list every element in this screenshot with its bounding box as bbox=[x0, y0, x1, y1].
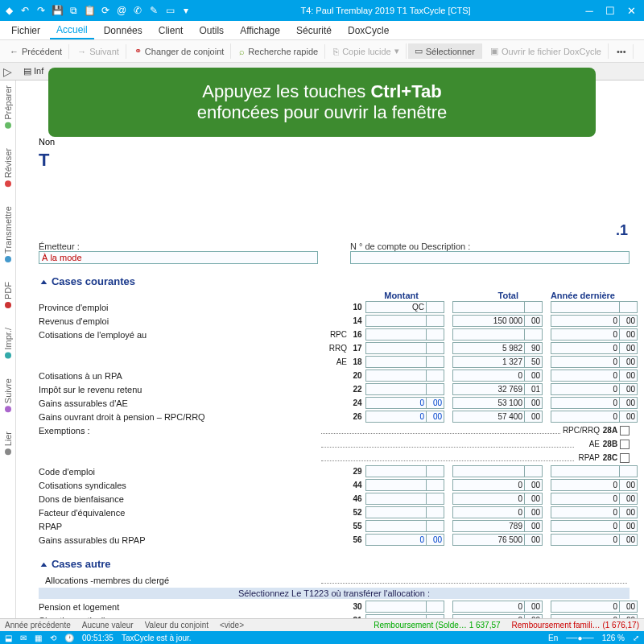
side-suivre[interactable]: Suivre bbox=[3, 378, 13, 412]
close-icon[interactable]: ✕ bbox=[621, 5, 641, 17]
quick-search-button[interactable]: ⌕Recherche rapide bbox=[233, 44, 325, 59]
annee-dec-cell[interactable]: 00 bbox=[620, 342, 638, 354]
total-cell[interactable]: 789 bbox=[452, 520, 525, 532]
annee-cell[interactable]: 0 bbox=[551, 369, 620, 382]
total-dec-cell[interactable]: 00 bbox=[525, 520, 543, 532]
menu-affichage[interactable]: Affichage bbox=[233, 23, 287, 39]
maximize-icon[interactable]: ☐ bbox=[601, 5, 620, 17]
emetteur-input[interactable] bbox=[39, 251, 318, 264]
total-dec-cell[interactable]: 00 bbox=[525, 397, 543, 409]
total-dec-cell[interactable]: 00 bbox=[525, 534, 543, 546]
annee-cell[interactable]: 0 bbox=[551, 506, 620, 518]
menu-fichier[interactable]: Fichier bbox=[5, 23, 47, 39]
redo-icon[interactable]: ↷ bbox=[35, 5, 47, 16]
montant-cell[interactable]: QC bbox=[365, 301, 427, 313]
montant-cell[interactable] bbox=[365, 601, 427, 613]
status-lang[interactable]: En bbox=[548, 634, 558, 642]
side-reviser[interactable]: Réviser bbox=[3, 148, 13, 187]
total-cell[interactable]: 76 500 bbox=[452, 534, 525, 546]
total-cell[interactable]: 1 327 bbox=[452, 356, 525, 368]
note-icon[interactable]: ▭ bbox=[164, 5, 175, 16]
annee-dec-cell[interactable]: 00 bbox=[620, 411, 638, 423]
montant-dec-cell[interactable] bbox=[427, 369, 444, 382]
total-cell[interactable] bbox=[452, 301, 525, 313]
annee-dec-cell[interactable] bbox=[620, 465, 638, 477]
montant-cell[interactable] bbox=[365, 369, 427, 382]
annee-cell[interactable]: 0 bbox=[551, 479, 620, 491]
status-zoom[interactable]: 126 % bbox=[602, 634, 625, 642]
montant-cell[interactable] bbox=[365, 383, 427, 395]
menu-donnees[interactable]: Données bbox=[97, 23, 149, 39]
total-cell[interactable]: 0 bbox=[452, 506, 525, 518]
total-dec-cell[interactable]: 50 bbox=[525, 356, 543, 368]
status-aucune[interactable]: Aucune valeur bbox=[82, 621, 134, 630]
add-tab-icon[interactable]: ▷ bbox=[3, 65, 12, 78]
total-cell[interactable] bbox=[452, 465, 525, 477]
montant-cell[interactable] bbox=[365, 328, 427, 341]
phone-icon[interactable]: ✆ bbox=[132, 5, 143, 16]
menu-securite[interactable]: Sécurité bbox=[290, 23, 338, 39]
total-cell[interactable]: 0 bbox=[452, 493, 525, 505]
total-cell[interactable]: 0 bbox=[452, 601, 525, 613]
montant-cell[interactable] bbox=[365, 356, 427, 368]
total-dec-cell[interactable]: 01 bbox=[525, 383, 543, 395]
side-preparer[interactable]: Préparer bbox=[3, 85, 13, 129]
annee-cell[interactable]: 0 bbox=[551, 328, 620, 341]
montant-dec-cell[interactable] bbox=[427, 520, 444, 532]
annee-dec-cell[interactable]: 00 bbox=[620, 315, 638, 327]
edit-icon[interactable]: ✎ bbox=[148, 5, 159, 16]
annee-dec-cell[interactable]: 00 bbox=[620, 506, 638, 518]
sync-icon[interactable]: ⟲ bbox=[50, 634, 56, 642]
montant-dec-cell[interactable] bbox=[427, 465, 444, 477]
annee-cell[interactable]: 0 bbox=[551, 493, 620, 505]
annee-dec-cell[interactable]: 00 bbox=[620, 601, 638, 613]
section-courantes[interactable]: ▲Cases courantes bbox=[39, 275, 630, 287]
side-impr[interactable]: Impr./ bbox=[3, 328, 13, 359]
side-pdf[interactable]: PDF bbox=[3, 282, 13, 308]
total-dec-cell[interactable] bbox=[525, 301, 543, 313]
montant-dec-cell[interactable] bbox=[427, 493, 444, 505]
montant-dec-cell[interactable] bbox=[427, 479, 444, 491]
annee-cell[interactable]: 0 bbox=[551, 342, 620, 354]
montant-cell[interactable] bbox=[365, 315, 427, 327]
total-dec-cell[interactable]: 00 bbox=[525, 315, 543, 327]
minimize-icon[interactable]: ─ bbox=[580, 5, 599, 17]
status-valeur[interactable]: Valeur du conjoint bbox=[145, 621, 208, 630]
compte-input[interactable] bbox=[350, 251, 630, 264]
total-cell[interactable]: 0 bbox=[452, 479, 525, 491]
montant-cell[interactable] bbox=[365, 520, 427, 532]
status-annee[interactable]: Année précédente bbox=[5, 621, 71, 630]
annee-cell[interactable]: 0 bbox=[551, 356, 620, 368]
checkbox[interactable] bbox=[620, 453, 630, 463]
total-cell[interactable]: 57 400 bbox=[452, 411, 525, 423]
total-cell[interactable]: 53 100 bbox=[452, 397, 525, 409]
montant-cell[interactable]: 0 bbox=[365, 397, 427, 409]
undo-icon[interactable]: ↶ bbox=[19, 5, 31, 16]
total-dec-cell[interactable]: 00 bbox=[525, 493, 543, 505]
montant-dec-cell[interactable] bbox=[427, 601, 444, 613]
total-dec-cell[interactable]: 00 bbox=[525, 411, 543, 423]
annee-dec-cell[interactable]: 00 bbox=[620, 534, 638, 546]
annee-dec-cell[interactable]: 00 bbox=[620, 356, 638, 368]
montant-dec-cell[interactable] bbox=[427, 328, 444, 341]
expand-icon[interactable]: ⤢ bbox=[633, 634, 639, 642]
total-cell[interactable]: 5 982 bbox=[452, 342, 525, 354]
annee-cell[interactable]: 0 bbox=[551, 520, 620, 532]
montant-cell[interactable] bbox=[365, 342, 427, 354]
at-icon[interactable]: @ bbox=[116, 5, 127, 16]
checkbox[interactable] bbox=[620, 440, 630, 449]
montant-dec-cell[interactable] bbox=[427, 342, 444, 354]
menu-doxcycle[interactable]: DoxCycle bbox=[341, 23, 395, 39]
montant-cell[interactable] bbox=[365, 506, 427, 518]
change-spouse-button[interactable]: ⚭Changer de conjoint bbox=[128, 43, 231, 59]
total-dec-cell[interactable]: 00 bbox=[525, 369, 543, 382]
total-cell[interactable]: 150 000 bbox=[452, 315, 525, 327]
total-dec-cell[interactable]: 00 bbox=[525, 601, 543, 613]
annee-dec-cell[interactable]: 00 bbox=[620, 479, 638, 491]
zoom-bar[interactable]: ──●── bbox=[566, 634, 593, 642]
saveall-icon[interactable]: ⧉ bbox=[68, 5, 79, 16]
total-dec-cell[interactable]: 90 bbox=[525, 342, 543, 354]
montant-cell[interactable] bbox=[365, 479, 427, 491]
refresh-icon[interactable]: ⟳ bbox=[100, 5, 111, 16]
total-cell[interactable] bbox=[452, 328, 525, 341]
